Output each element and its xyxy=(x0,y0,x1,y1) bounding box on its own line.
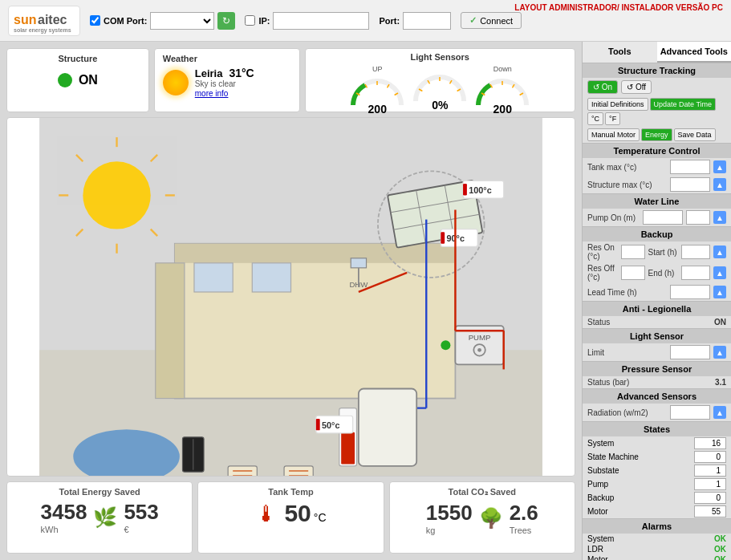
weather-box: Weather Leiria 31°C Sky is clear more in… xyxy=(154,48,300,112)
tab-advanced-tools[interactable]: Advanced Tools xyxy=(657,42,732,63)
light-sensor-limit-input[interactable]: 500 xyxy=(670,345,710,359)
svg-text:sun: sun xyxy=(14,13,36,26)
res-on-input[interactable]: 45 xyxy=(621,245,645,259)
water-line-header: Water Line xyxy=(583,193,731,209)
structure-max-btn[interactable]: ▲ xyxy=(713,178,726,191)
state-label: System xyxy=(587,439,614,448)
light-sensor-header: Light Sensor xyxy=(583,328,731,343)
pump-on-input[interactable]: 6 xyxy=(643,210,683,225)
right-panel: Tools Advanced Tools Structure Tracking … xyxy=(582,42,731,560)
light-sensors-inner: UP xyxy=(349,65,530,116)
lead-time-row: Lead Time (h) 1:00 ▲ xyxy=(583,283,731,301)
water-line-btn[interactable]: ▲ xyxy=(713,211,726,224)
alarm-value: OK xyxy=(714,545,726,554)
structure-tracking-header: Structure Tracking xyxy=(583,63,731,78)
svg-text:PUMP: PUMP xyxy=(469,333,491,342)
radiation-input[interactable]: 1000 xyxy=(670,405,710,420)
end-label: End (h) xyxy=(648,269,679,278)
tracking-off-icon: ↺ xyxy=(627,83,633,91)
end-input[interactable]: 16:00 xyxy=(681,266,710,280)
alarms-header: Alarms xyxy=(583,518,731,534)
celsius-button[interactable]: °C xyxy=(587,112,603,125)
svg-rect-23 xyxy=(194,263,233,292)
light-sensors-title: Light Sensors xyxy=(411,52,469,62)
center-value: 0% xyxy=(432,99,448,112)
states-header: States xyxy=(583,421,731,436)
port-input[interactable]: 10001 xyxy=(403,12,451,30)
initial-definitions-button[interactable]: Initial Definitions xyxy=(587,98,648,111)
state-label: Substate xyxy=(587,466,619,475)
energy-unit: kWh xyxy=(41,525,87,534)
lead-time-input[interactable]: 1:00 xyxy=(670,285,710,299)
up-label: UP xyxy=(372,65,383,73)
state-value: 55 xyxy=(694,505,726,517)
tank-max-btn[interactable]: ▲ xyxy=(713,160,726,173)
light-sensor-btn[interactable]: ▲ xyxy=(713,346,726,359)
light-sensors-box: Light Sensors UP xyxy=(305,48,576,112)
weather-temp: 31°C xyxy=(229,67,254,79)
radiation-label: Radiation (w/m2) xyxy=(587,408,667,417)
state-row: State Machine 0 xyxy=(583,450,731,464)
bottom-stats: Total Energy Saved 3458 kWh 🌿 553 € Tank… xyxy=(6,481,575,554)
tank-max-input[interactable]: 80 xyxy=(670,160,710,174)
com-port-checkbox[interactable] xyxy=(90,15,100,26)
light-sensor-limit-label: Limit xyxy=(587,348,667,357)
connect-button[interactable]: ✓ Connect xyxy=(461,12,522,29)
res-off-input[interactable]: 48 xyxy=(621,266,645,280)
co2-trees-label: Trees xyxy=(510,526,538,535)
tracking-off-button[interactable]: ↺ Off xyxy=(621,80,652,94)
states-list: System 16State Machine 0Substate 1Pump 1… xyxy=(583,436,731,518)
res-on-btn[interactable]: ▲ xyxy=(713,246,726,258)
co2-stat-box: Total CO₂ Saved 1550 kg 🌳 2.6 Trees xyxy=(389,481,575,554)
com-port-refresh-button[interactable]: ↻ xyxy=(217,12,235,30)
tab-tools[interactable]: Tools xyxy=(583,42,657,63)
ip-input[interactable] xyxy=(273,12,369,30)
header: sun aitec solar energy systems COM Port:… xyxy=(0,0,731,42)
down-gauge: Down 200 xyxy=(474,65,530,116)
energy-button[interactable]: Energy xyxy=(641,128,672,141)
co2-trees-wrapper: 2.6 Trees xyxy=(510,501,538,535)
pressure-sensor-value: 3.1 xyxy=(715,378,726,387)
svg-rect-32 xyxy=(463,184,467,195)
pump-off-input[interactable]: 2 xyxy=(686,210,710,225)
svg-rect-22 xyxy=(156,263,185,399)
state-value: 1 xyxy=(694,478,726,490)
lead-time-btn[interactable]: ▲ xyxy=(713,286,726,298)
co2-unit: kg xyxy=(426,526,473,535)
advanced-sensors-header: Advanced Sensors xyxy=(583,388,731,404)
port-control: Port: 10001 xyxy=(379,12,451,30)
com-port-select[interactable] xyxy=(150,12,214,30)
light-sensor-row: Limit 500 ▲ xyxy=(583,343,731,361)
tracking-sub-buttons: Initial Definitions Update Date Time °C … xyxy=(583,96,731,127)
radiation-btn[interactable]: ▲ xyxy=(713,406,726,419)
manual-motor-button[interactable]: Manual Motor xyxy=(587,128,640,141)
res-off-row: Res Off (°c) 48 End (h) 16:00 ▲ xyxy=(583,262,731,283)
leaf-icon: 🌿 xyxy=(93,506,117,529)
svg-point-72 xyxy=(83,161,150,229)
save-data-button[interactable]: Save Data xyxy=(674,128,716,141)
weather-more-info-link[interactable]: more info xyxy=(195,89,229,98)
energy-number: 3458 xyxy=(41,500,87,525)
structure-max-input[interactable]: 100 xyxy=(670,177,710,192)
alarm-value: OK xyxy=(714,555,726,560)
energy-money: 553 € xyxy=(124,500,158,534)
start-input[interactable]: 12:00 xyxy=(681,245,710,259)
com-port-control: COM Port: ↻ xyxy=(90,12,235,30)
alarm-row: Motor OK xyxy=(583,554,731,560)
tracking-on-button[interactable]: ↺ On xyxy=(587,80,618,94)
energy-main: 3458 kWh 🌿 553 € xyxy=(41,500,159,534)
svg-text:100°c: 100°c xyxy=(469,185,491,195)
co2-title: Total CO₂ Saved xyxy=(449,487,516,497)
alarm-row: System OK xyxy=(583,534,731,544)
main-layout: Structure ON Weather Leiria 31°C S xyxy=(0,42,731,560)
svg-point-41 xyxy=(441,340,450,350)
res-off-btn[interactable]: ▲ xyxy=(713,266,726,279)
lead-time-label: Lead Time (h) xyxy=(587,288,667,297)
structure-max-row: Structure max (°c) 100 ▲ xyxy=(583,176,731,193)
update-date-time-button[interactable]: Update Date Time xyxy=(650,98,717,111)
anti-legionella-header: Anti - Legionella xyxy=(583,301,731,316)
ip-checkbox[interactable] xyxy=(245,15,255,26)
tank-max-row: Tank max (°c) 80 ▲ xyxy=(583,158,731,176)
connect-checkmark-icon: ✓ xyxy=(469,15,477,26)
fahrenheit-button[interactable]: °F xyxy=(605,112,620,125)
